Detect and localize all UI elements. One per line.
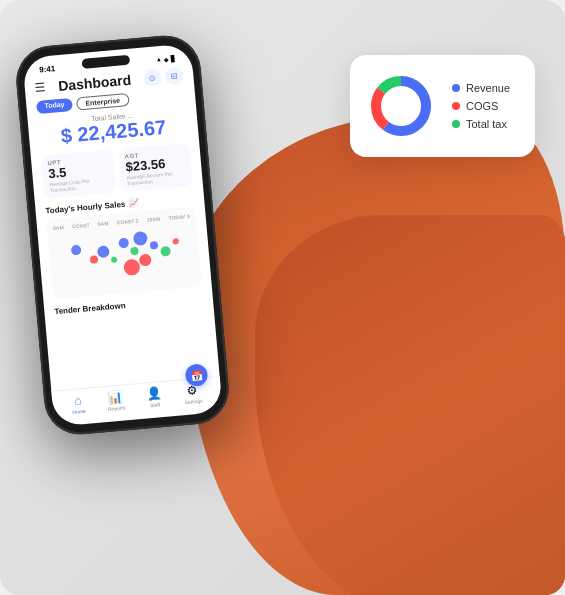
tab-today[interactable]: Today [36,98,73,114]
reports-icon: 📊 [108,390,124,405]
status-icons: ▲ ◈ ▊ [156,54,176,63]
legend-items: Revenue COGS Total tax [452,82,510,130]
chart-dot-6 [139,254,152,267]
legend-total-tax: Total tax [452,118,510,130]
revenue-dot [452,84,460,92]
app-content: ☰ Dashboard ⊙ ⊟ Today Enterprise Total S… [24,65,213,317]
header-icons: ⊙ ⊟ [143,66,184,87]
app-title: Dashboard [58,72,132,94]
wifi-icon: ◈ [163,55,169,62]
hand-background-2 [255,215,565,595]
chart-dot-8 [160,246,171,257]
signal-icon: ▲ [156,56,162,62]
cogs-label: COGS [466,100,498,112]
chart-dot-1 [90,255,99,264]
svg-point-4 [384,89,418,123]
dynamic-island [81,55,130,69]
chart-label-2: COAST [72,222,90,230]
nav-home[interactable]: ⌂ Home [71,393,86,415]
chart-area: 8AM COAST 9AM COAST 2 10AM TODAY 3 [46,207,201,300]
chart-dot-10 [123,258,140,275]
upt-card: UPT 3.5 Average Units Per Transaction [41,150,116,199]
nav-settings[interactable]: ⚙ Settings [183,383,203,405]
chart-label-5: 10AM [147,216,161,223]
chart-label-3: 9AM [98,220,109,227]
total-tax-label: Total tax [466,118,507,130]
chart-dot-7 [149,241,158,250]
legend-card: Revenue COGS Total tax [350,55,535,157]
chart-dot-9 [172,238,179,245]
chart-label-1: 8AM [53,224,64,231]
agt-card: AGT $23.56 Average Amount Per Transactio… [118,143,193,192]
tender-title: Tender Breakdown [54,294,203,316]
legend-revenue: Revenue [452,82,510,94]
legend-cogs: COGS [452,100,510,112]
donut-chart [366,71,436,141]
phone-screen: 9:41 ▲ ◈ ▊ ☰ Dashboard ⊙ ⊟ [22,43,223,426]
chart-dots-area [54,223,195,290]
chart-dot-4 [118,237,129,248]
staff-icon: 👤 [146,386,162,401]
filter-icon[interactable]: ⊟ [165,66,185,86]
cogs-dot [452,102,460,110]
nav-reports[interactable]: 📊 Reports [106,389,125,411]
chart-label-4: COAST 2 [117,218,139,226]
home-icon: ⌂ [74,393,82,408]
revenue-label: Revenue [466,82,510,94]
chart-dot-3 [110,257,117,264]
chart-dot-0 [70,244,81,255]
nav-staff[interactable]: 👤 Staff [146,386,163,408]
total-tax-dot [452,120,460,128]
chart-dot-11 [133,231,148,246]
status-time: 9:41 [39,64,56,74]
donut-svg [366,71,436,141]
chart-dot-2 [97,245,110,258]
chart-label-6: TODAY 3 [168,213,189,221]
scene: 9:41 ▲ ◈ ▊ ☰ Dashboard ⊙ ⊟ [0,0,565,595]
chart-icon: 📈 [128,199,139,209]
tab-enterprise[interactable]: Enterprise [76,93,130,111]
battery-icon: ▊ [170,54,176,61]
phone: 9:41 ▲ ◈ ▊ ☰ Dashboard ⊙ ⊟ [13,33,231,438]
chart-dot-5 [131,247,140,256]
search-icon[interactable]: ⊙ [143,68,163,88]
hamburger-icon[interactable]: ☰ [34,80,46,95]
stats-row: UPT 3.5 Average Units Per Transaction AG… [41,143,193,199]
